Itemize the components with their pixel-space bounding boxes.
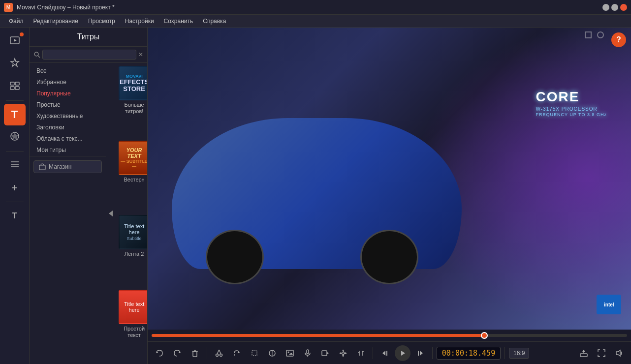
category-bubbles[interactable]: Облачка с текс... bbox=[32, 133, 104, 144]
tool-media[interactable] bbox=[4, 30, 26, 52]
preview-text-overlay: CORE W-3175X PROCESSOR FREQUENCY UP TO 3… bbox=[536, 88, 607, 118]
svg-point-11 bbox=[34, 52, 38, 56]
ctrl-sep-4 bbox=[505, 347, 505, 359]
svg-rect-4 bbox=[10, 87, 14, 90]
svg-rect-33 bbox=[286, 350, 293, 356]
svg-point-40 bbox=[342, 352, 345, 354]
preview-area: CORE W-3175X PROCESSOR FREQUENCY UP TO 3… bbox=[148, 28, 631, 364]
redo-button[interactable] bbox=[169, 345, 185, 361]
notification-badge bbox=[20, 32, 24, 36]
aspect-ratio-selector[interactable]: 16:9 bbox=[509, 348, 529, 359]
ctrl-sep-3 bbox=[432, 347, 433, 359]
close-button[interactable] bbox=[620, 4, 627, 11]
tool-titles[interactable]: T bbox=[4, 104, 26, 125]
car-wheel-left bbox=[206, 230, 264, 284]
color-button[interactable] bbox=[264, 345, 280, 361]
ctrl-sep-2 bbox=[373, 347, 373, 359]
scrubber-track[interactable] bbox=[152, 334, 627, 337]
category-popular[interactable]: Популярные bbox=[32, 88, 104, 99]
tool-effects[interactable] bbox=[4, 53, 26, 75]
play-button[interactable] bbox=[395, 345, 410, 361]
svg-line-27 bbox=[217, 350, 219, 354]
menu-settings[interactable]: Настройки bbox=[120, 17, 159, 26]
menubar: Файл Редактирование Просмотр Настройки С… bbox=[0, 15, 631, 28]
search-input[interactable] bbox=[42, 50, 136, 60]
shop-button[interactable]: Магазин bbox=[33, 160, 102, 173]
menu-view[interactable]: Просмотр bbox=[83, 17, 120, 26]
svg-point-25 bbox=[216, 354, 219, 356]
volume-button[interactable] bbox=[611, 345, 627, 361]
category-all[interactable]: Все bbox=[32, 65, 104, 76]
category-favorites[interactable]: Избранное bbox=[32, 77, 104, 88]
simple-text: Title text here bbox=[120, 301, 147, 313]
panel-content: Все Избранное Популярные Простые Художес… bbox=[30, 63, 147, 364]
svg-marker-47 bbox=[401, 351, 405, 356]
more-tools-button[interactable] bbox=[353, 345, 369, 361]
svg-marker-35 bbox=[289, 353, 293, 355]
titles-icon: T bbox=[11, 108, 18, 121]
title-thumb-effects-store: MOVAVI EFFECTSSTORE bbox=[119, 66, 147, 100]
text-edit-icon: T bbox=[12, 212, 17, 220]
title-card-effects-store[interactable]: MOVAVI EFFECTSSTORE Больше титров! bbox=[119, 66, 147, 138]
scrubber-thumb[interactable] bbox=[481, 332, 488, 339]
help-button[interactable]: ? bbox=[611, 32, 626, 47]
next-frame-button[interactable] bbox=[412, 345, 428, 361]
gear-button[interactable] bbox=[335, 345, 351, 361]
cut-button[interactable] bbox=[211, 345, 227, 361]
title-thumb-lenta2: Title text here Subtitle bbox=[119, 215, 147, 249]
tool-add[interactable]: + bbox=[4, 177, 26, 199]
title-card-lenta2[interactable]: Title text here Subtitle Лента 2 bbox=[119, 215, 147, 287]
svg-line-28 bbox=[219, 350, 221, 354]
overlay-sub-line2: FREQUENCY UP TO 3.8 GHz bbox=[536, 112, 607, 118]
prev-frame-button[interactable] bbox=[377, 345, 393, 361]
panel-title: Титры bbox=[30, 28, 147, 47]
svg-marker-45 bbox=[382, 351, 385, 356]
svg-rect-5 bbox=[15, 87, 19, 90]
delete-button[interactable] bbox=[187, 345, 203, 361]
tool-filters[interactable] bbox=[4, 126, 26, 148]
crop-button[interactable] bbox=[247, 345, 262, 361]
video-settings-button[interactable] bbox=[317, 345, 333, 361]
menu-file[interactable]: Файл bbox=[4, 17, 29, 26]
shop-icon bbox=[39, 163, 46, 170]
media-insert-button[interactable] bbox=[282, 345, 298, 361]
tool-options[interactable] bbox=[4, 154, 26, 176]
tool-text-edit[interactable]: T bbox=[4, 205, 26, 227]
left-toolbar: T + T bbox=[0, 28, 30, 364]
deco-circle-1 bbox=[585, 31, 592, 38]
menu-edit[interactable]: Редактирование bbox=[29, 17, 83, 26]
audio-button[interactable] bbox=[300, 345, 316, 361]
category-artistic[interactable]: Художественные bbox=[32, 111, 104, 121]
rotate-button[interactable] bbox=[229, 345, 245, 361]
shop-label: Магазин bbox=[49, 163, 71, 170]
menu-save[interactable]: Сохранить bbox=[159, 17, 198, 26]
lenta2-text: Title text here bbox=[120, 223, 147, 235]
overlay-main-text: CORE bbox=[536, 88, 607, 106]
app-icon: M bbox=[4, 3, 13, 12]
category-simple[interactable]: Простые bbox=[32, 99, 104, 110]
svg-marker-52 bbox=[582, 350, 585, 352]
menu-help[interactable]: Справка bbox=[198, 17, 231, 26]
fullscreen-button[interactable] bbox=[594, 345, 609, 361]
titles-panel: Титры ✕ Все Избранное Популярные Простые… bbox=[30, 28, 148, 364]
toolbar-separator-1 bbox=[6, 100, 24, 101]
window-title: Movavi Слайдшоу – Новый проект * bbox=[17, 4, 115, 11]
intel-badge: intel bbox=[597, 295, 621, 314]
category-my[interactable]: Мои титры bbox=[32, 145, 104, 155]
title-card-western[interactable]: YOUR TEXT — SUBTITLE — Вестерн bbox=[119, 141, 147, 212]
effects-icon bbox=[9, 58, 20, 71]
category-headings[interactable]: Заголовки bbox=[32, 122, 104, 133]
export-button[interactable] bbox=[576, 345, 592, 361]
undo-button[interactable] bbox=[152, 345, 167, 361]
svg-rect-31 bbox=[252, 351, 257, 356]
title-card-simple[interactable]: Title text here Простой текст bbox=[119, 290, 147, 362]
overlay-sub-line1: W-3175X PROCESSOR bbox=[536, 106, 607, 112]
maximize-button[interactable] bbox=[611, 4, 618, 11]
titlebar-controls[interactable] bbox=[602, 4, 627, 11]
clear-search-button[interactable]: ✕ bbox=[138, 51, 143, 58]
minimize-button[interactable] bbox=[602, 4, 609, 11]
svg-marker-7 bbox=[11, 133, 18, 140]
panel-collapse-button[interactable] bbox=[106, 63, 116, 364]
tool-transitions[interactable] bbox=[4, 76, 26, 97]
svg-rect-3 bbox=[15, 82, 19, 85]
